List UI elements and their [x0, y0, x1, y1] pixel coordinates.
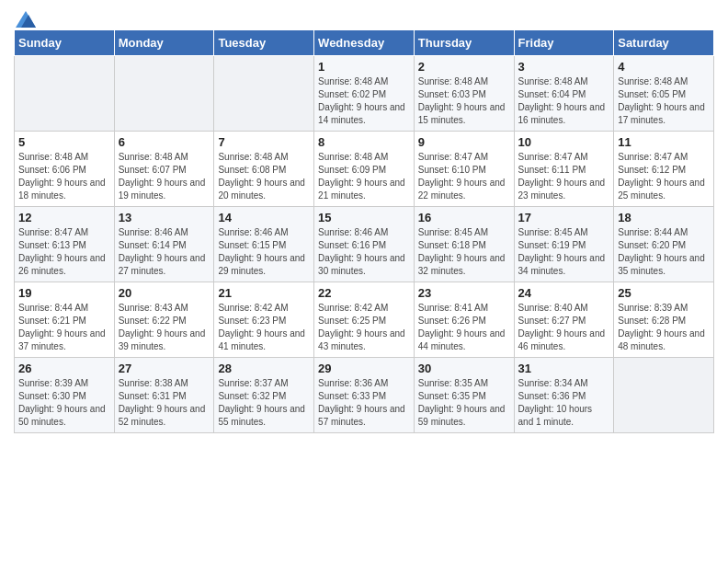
day-info: Sunrise: 8:41 AMSunset: 6:26 PMDaylight:…	[418, 302, 510, 353]
day-number: 3	[518, 60, 610, 74]
day-info: Sunrise: 8:48 AMSunset: 6:09 PMDaylight:…	[318, 151, 410, 202]
day-number: 27	[119, 362, 210, 375]
day-number: 19	[18, 286, 110, 300]
weekday-header-row: SundayMondayTuesdayWednesdayThursdayFrid…	[15, 30, 714, 56]
day-info: Sunrise: 8:43 AMSunset: 6:22 PMDaylight:…	[119, 302, 210, 353]
calendar-cell: 14Sunrise: 8:46 AMSunset: 6:15 PMDayligh…	[214, 207, 314, 282]
calendar-week-3: 12Sunrise: 8:47 AMSunset: 6:13 PMDayligh…	[15, 207, 714, 282]
day-info: Sunrise: 8:39 AMSunset: 6:30 PMDaylight:…	[18, 377, 110, 429]
calendar-week-4: 19Sunrise: 8:44 AMSunset: 6:21 PMDayligh…	[15, 282, 714, 358]
day-info: Sunrise: 8:48 AMSunset: 6:07 PMDaylight:…	[119, 151, 210, 202]
day-number: 9	[418, 135, 510, 149]
day-number: 10	[518, 135, 610, 149]
day-number: 16	[418, 211, 510, 224]
day-number: 4	[618, 60, 710, 74]
weekday-header-saturday: Saturday	[614, 30, 714, 56]
day-info: Sunrise: 8:44 AMSunset: 6:20 PMDaylight:…	[618, 226, 710, 278]
calendar-cell: 20Sunrise: 8:43 AMSunset: 6:22 PMDayligh…	[114, 282, 214, 358]
calendar-cell: 9Sunrise: 8:47 AMSunset: 6:10 PMDaylight…	[414, 132, 514, 207]
day-info: Sunrise: 8:42 AMSunset: 6:25 PMDaylight:…	[318, 302, 410, 353]
calendar-cell: 19Sunrise: 8:44 AMSunset: 6:21 PMDayligh…	[15, 282, 115, 358]
day-number: 26	[18, 362, 110, 375]
day-number: 11	[618, 135, 710, 149]
day-info: Sunrise: 8:46 AMSunset: 6:14 PMDaylight:…	[119, 226, 210, 278]
day-info: Sunrise: 8:34 AMSunset: 6:36 PMDaylight:…	[518, 377, 610, 429]
day-number: 29	[318, 362, 410, 375]
calendar-cell: 7Sunrise: 8:48 AMSunset: 6:08 PMDaylight…	[214, 132, 314, 207]
calendar-cell	[214, 56, 314, 132]
calendar-cell: 5Sunrise: 8:48 AMSunset: 6:06 PMDaylight…	[15, 132, 115, 207]
calendar-cell: 18Sunrise: 8:44 AMSunset: 6:20 PMDayligh…	[614, 207, 714, 282]
header	[14, 9, 714, 24]
logo-icon	[16, 11, 36, 28]
day-info: Sunrise: 8:48 AMSunset: 6:08 PMDaylight:…	[218, 151, 310, 202]
calendar-cell: 1Sunrise: 8:48 AMSunset: 6:02 PMDaylight…	[314, 56, 415, 132]
day-info: Sunrise: 8:46 AMSunset: 6:15 PMDaylight:…	[218, 226, 310, 278]
day-info: Sunrise: 8:48 AMSunset: 6:03 PMDaylight:…	[418, 75, 510, 127]
day-number: 12	[18, 211, 110, 224]
calendar-cell: 3Sunrise: 8:48 AMSunset: 6:04 PMDaylight…	[514, 56, 614, 132]
calendar-cell: 28Sunrise: 8:37 AMSunset: 6:32 PMDayligh…	[214, 358, 314, 433]
weekday-header-wednesday: Wednesday	[314, 30, 415, 56]
page-container: SundayMondayTuesdayWednesdayThursdayFrid…	[0, 0, 728, 447]
calendar-cell: 26Sunrise: 8:39 AMSunset: 6:30 PMDayligh…	[15, 358, 115, 433]
calendar-cell	[114, 56, 214, 132]
day-number: 25	[618, 286, 710, 300]
weekday-header-thursday: Thursday	[414, 30, 514, 56]
calendar-cell: 8Sunrise: 8:48 AMSunset: 6:09 PMDaylight…	[314, 132, 415, 207]
calendar-cell: 27Sunrise: 8:38 AMSunset: 6:31 PMDayligh…	[114, 358, 214, 433]
day-number: 14	[218, 211, 310, 224]
calendar-week-5: 26Sunrise: 8:39 AMSunset: 6:30 PMDayligh…	[15, 358, 714, 433]
day-info: Sunrise: 8:48 AMSunset: 6:02 PMDaylight:…	[318, 75, 410, 127]
calendar-cell: 24Sunrise: 8:40 AMSunset: 6:27 PMDayligh…	[514, 282, 614, 358]
calendar-cell: 21Sunrise: 8:42 AMSunset: 6:23 PMDayligh…	[214, 282, 314, 358]
day-info: Sunrise: 8:39 AMSunset: 6:28 PMDaylight:…	[618, 302, 710, 353]
day-info: Sunrise: 8:48 AMSunset: 6:06 PMDaylight:…	[18, 151, 110, 202]
day-number: 8	[318, 135, 410, 149]
day-number: 2	[418, 60, 510, 74]
day-info: Sunrise: 8:46 AMSunset: 6:16 PMDaylight:…	[318, 226, 410, 278]
calendar-cell: 25Sunrise: 8:39 AMSunset: 6:28 PMDayligh…	[614, 282, 714, 358]
day-number: 15	[318, 211, 410, 224]
day-number: 23	[418, 286, 510, 300]
calendar-cell: 22Sunrise: 8:42 AMSunset: 6:25 PMDayligh…	[314, 282, 415, 358]
day-info: Sunrise: 8:48 AMSunset: 6:04 PMDaylight:…	[518, 75, 610, 127]
day-info: Sunrise: 8:37 AMSunset: 6:32 PMDaylight:…	[218, 377, 310, 429]
calendar-cell: 11Sunrise: 8:47 AMSunset: 6:12 PMDayligh…	[614, 132, 714, 207]
calendar-cell: 12Sunrise: 8:47 AMSunset: 6:13 PMDayligh…	[15, 207, 115, 282]
day-info: Sunrise: 8:45 AMSunset: 6:18 PMDaylight:…	[418, 226, 510, 278]
day-number: 31	[518, 362, 610, 375]
day-number: 17	[518, 211, 610, 224]
day-info: Sunrise: 8:35 AMSunset: 6:35 PMDaylight:…	[418, 377, 510, 429]
calendar-cell: 23Sunrise: 8:41 AMSunset: 6:26 PMDayligh…	[414, 282, 514, 358]
calendar-cell: 2Sunrise: 8:48 AMSunset: 6:03 PMDaylight…	[414, 56, 514, 132]
calendar-cell: 17Sunrise: 8:45 AMSunset: 6:19 PMDayligh…	[514, 207, 614, 282]
day-number: 13	[119, 211, 210, 224]
day-number: 5	[18, 135, 110, 149]
weekday-header-monday: Monday	[114, 30, 214, 56]
calendar-cell: 6Sunrise: 8:48 AMSunset: 6:07 PMDaylight…	[114, 132, 214, 207]
day-number: 7	[218, 135, 310, 149]
day-info: Sunrise: 8:44 AMSunset: 6:21 PMDaylight:…	[18, 302, 110, 353]
day-info: Sunrise: 8:47 AMSunset: 6:11 PMDaylight:…	[518, 151, 610, 202]
weekday-header-friday: Friday	[514, 30, 614, 56]
calendar-cell: 30Sunrise: 8:35 AMSunset: 6:35 PMDayligh…	[414, 358, 514, 433]
day-info: Sunrise: 8:47 AMSunset: 6:10 PMDaylight:…	[418, 151, 510, 202]
day-info: Sunrise: 8:47 AMSunset: 6:13 PMDaylight:…	[18, 226, 110, 278]
logo	[14, 13, 36, 24]
day-number: 30	[418, 362, 510, 375]
calendar-cell: 31Sunrise: 8:34 AMSunset: 6:36 PMDayligh…	[514, 358, 614, 433]
calendar-cell	[614, 358, 714, 433]
calendar-cell	[15, 56, 115, 132]
day-number: 6	[119, 135, 210, 149]
calendar-table: SundayMondayTuesdayWednesdayThursdayFrid…	[14, 29, 714, 433]
day-number: 24	[518, 286, 610, 300]
weekday-header-sunday: Sunday	[15, 30, 115, 56]
calendar-cell: 16Sunrise: 8:45 AMSunset: 6:18 PMDayligh…	[414, 207, 514, 282]
day-info: Sunrise: 8:40 AMSunset: 6:27 PMDaylight:…	[518, 302, 610, 353]
day-number: 28	[218, 362, 310, 375]
day-info: Sunrise: 8:48 AMSunset: 6:05 PMDaylight:…	[618, 75, 710, 127]
day-info: Sunrise: 8:38 AMSunset: 6:31 PMDaylight:…	[119, 377, 210, 429]
day-info: Sunrise: 8:42 AMSunset: 6:23 PMDaylight:…	[218, 302, 310, 353]
calendar-cell: 4Sunrise: 8:48 AMSunset: 6:05 PMDaylight…	[614, 56, 714, 132]
